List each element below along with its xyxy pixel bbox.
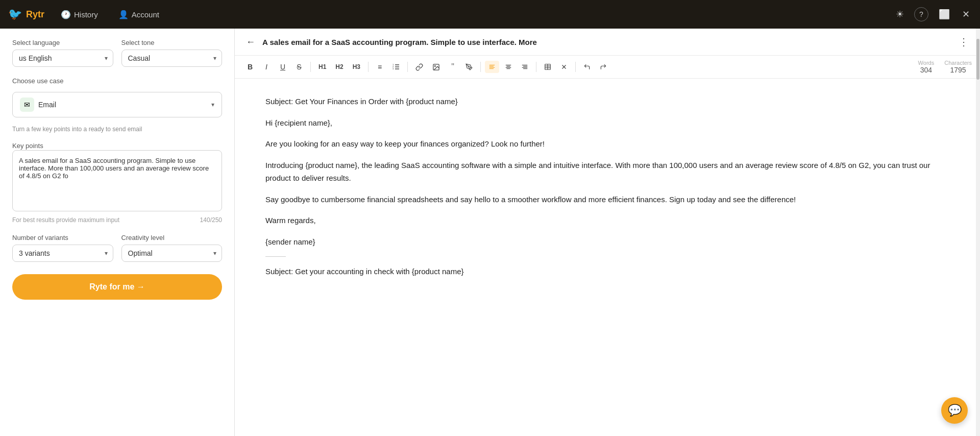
email-divider: [265, 256, 286, 257]
close-button[interactable]: ✕: [960, 7, 972, 22]
svg-point-7: [434, 65, 435, 66]
language-label: Select language: [12, 39, 113, 46]
editor-body: Subject: Get Your Finances in Order with…: [235, 79, 980, 436]
svg-point-8: [468, 66, 469, 67]
image-button[interactable]: [429, 61, 444, 74]
email-subject-2: Subject: Get your accounting in check wi…: [265, 265, 945, 278]
key-points-hint: For best results provide maximum input: [12, 216, 119, 224]
email-sender: {sender name}: [265, 235, 945, 249]
key-points-label: Key points: [12, 142, 43, 150]
svg-text:3.: 3.: [393, 67, 394, 70]
use-case-label: Choose use case: [12, 77, 222, 85]
variants-select-wrapper[interactable]: 3 variants ▾: [12, 245, 113, 262]
word-count-display: Words 304 Characters 1795: [918, 60, 972, 74]
redo-button[interactable]: [596, 61, 610, 73]
nav-account-label: Account: [132, 10, 159, 19]
creativity-group: Creativity level Optimal ▾: [121, 234, 223, 262]
quote-button[interactable]: ": [446, 60, 460, 74]
highlight-button[interactable]: [462, 61, 476, 73]
email-subject-1: Subject: Get Your Finances in Order with…: [265, 95, 945, 108]
characters-value: 1795: [950, 66, 966, 74]
toolbar-sep-4: [480, 62, 481, 72]
email-intro: Introducing {product name}, the leading …: [265, 159, 945, 185]
nav-account[interactable]: 👤 Account: [114, 8, 163, 21]
key-points-count: 140/250: [200, 216, 222, 224]
email-opening: Are you looking for an easy way to keep …: [265, 137, 945, 151]
tone-label: Select tone: [121, 39, 223, 46]
h2-button[interactable]: H2: [332, 61, 347, 73]
language-tone-row: Select language us English ▾ Select tone…: [12, 39, 222, 67]
use-case-chevron-icon: ▾: [211, 101, 214, 108]
account-icon: 👤: [118, 10, 129, 19]
bold-button[interactable]: B: [243, 60, 257, 74]
italic-button[interactable]: I: [259, 60, 274, 74]
underline-button[interactable]: U: [276, 60, 290, 74]
more-options-button[interactable]: ⋮: [958, 35, 970, 49]
main-layout: Select language us English ▾ Select tone…: [0, 29, 980, 436]
logo[interactable]: 🐦 Rytr: [8, 8, 44, 21]
nav-history[interactable]: 🕐 History: [57, 8, 102, 21]
tone-select[interactable]: Casual: [122, 50, 222, 66]
tone-select-wrapper[interactable]: Casual ▾: [121, 50, 223, 67]
toolbar-sep-1: [310, 62, 311, 72]
editor-content-area[interactable]: Subject: Get Your Finances in Order with…: [235, 79, 976, 436]
language-field-group: Select language us English ▾: [12, 39, 113, 67]
characters-label: Characters: [944, 60, 972, 66]
sidebar: Select language us English ▾ Select tone…: [0, 29, 235, 436]
variants-label: Number of variants: [12, 234, 113, 241]
key-points-textarea[interactable]: [12, 150, 222, 211]
variants-group: Number of variants 3 variants ▾: [12, 234, 113, 262]
h3-button[interactable]: H3: [349, 61, 364, 73]
align-left-button[interactable]: [485, 61, 499, 73]
toolbar-sep-3: [407, 62, 408, 72]
brightness-button[interactable]: ☀: [894, 7, 906, 22]
variants-creativity-row: Number of variants 3 variants ▾ Creativi…: [12, 234, 222, 262]
use-case-description: Turn a few key points into a ready to se…: [12, 126, 222, 133]
creativity-select[interactable]: Optimal: [122, 245, 222, 261]
email-greeting: Hi {recipient name},: [265, 116, 945, 130]
external-link-button[interactable]: ⬜: [937, 7, 952, 22]
tone-field-group: Select tone Casual ▾: [121, 39, 223, 67]
nav-actions: ☀ ? ⬜ ✕: [894, 7, 972, 22]
words-label: Words: [918, 60, 935, 66]
toolbar-sep-5: [536, 62, 536, 72]
ryte-for-me-button[interactable]: Ryte for me →: [12, 274, 222, 300]
h1-button[interactable]: H1: [315, 61, 330, 73]
strikethrough-button[interactable]: S: [292, 60, 306, 74]
variants-select[interactable]: 3 variants: [13, 245, 113, 261]
align-center-button[interactable]: [501, 61, 516, 73]
clear-format-button[interactable]: [557, 61, 571, 73]
language-select[interactable]: us English: [13, 50, 113, 66]
logo-icon: 🐦: [8, 8, 22, 21]
toolbar-sep-6: [575, 62, 576, 72]
link-button[interactable]: [412, 61, 427, 74]
bullet-list-button[interactable]: ≡: [373, 60, 387, 74]
nav-history-label: History: [74, 10, 98, 19]
table-button[interactable]: [541, 61, 555, 73]
use-case-group: Choose use case ✉ Email ▾: [12, 77, 222, 122]
words-value: 304: [920, 66, 932, 74]
key-points-meta: For best results provide maximum input 1…: [12, 216, 222, 224]
top-nav: 🐦 Rytr 🕐 History 👤 Account ☀ ? ⬜ ✕: [0, 0, 980, 29]
use-case-select[interactable]: ✉ Email ▾: [12, 92, 222, 117]
chat-bubble-button[interactable]: 💬: [941, 397, 968, 424]
logo-text: Rytr: [26, 9, 44, 20]
back-button[interactable]: ←: [245, 36, 256, 49]
use-case-icon: ✉: [20, 98, 34, 112]
email-pitch: Say goodbye to cumbersome financial spre…: [265, 193, 945, 206]
editor-title: A sales email for a SaaS accounting prog…: [262, 38, 951, 46]
align-right-button[interactable]: [518, 61, 532, 73]
use-case-text: Email: [38, 101, 207, 109]
history-icon: 🕐: [61, 10, 71, 19]
ordered-list-button[interactable]: 1.2.3.: [389, 61, 403, 73]
editor-panel: ← A sales email for a SaaS accounting pr…: [235, 29, 980, 436]
creativity-select-wrapper[interactable]: Optimal ▾: [121, 245, 223, 262]
creativity-label: Creativity level: [121, 234, 223, 241]
help-button[interactable]: ?: [914, 7, 928, 21]
email-closing: Warm regards,: [265, 214, 945, 227]
undo-button[interactable]: [580, 61, 594, 73]
words-count: Words 304: [918, 60, 935, 74]
characters-count: Characters 1795: [944, 60, 972, 74]
toolbar-sep-2: [368, 62, 369, 72]
language-select-wrapper[interactable]: us English ▾: [12, 50, 113, 67]
